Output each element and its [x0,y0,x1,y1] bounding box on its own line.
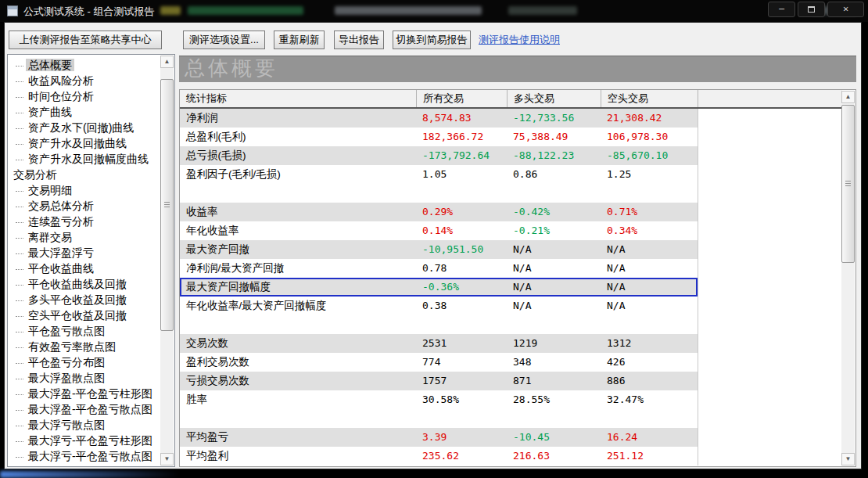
report-help-link[interactable]: 测评报告使用说明 [479,33,560,47]
table-row[interactable]: 收益率0.29%-0.42%0.71% [180,203,842,221]
sidebar-item-label: 时间仓位分析 [26,90,96,102]
table-row[interactable]: 总盈利(毛利)182,366.7275,388.49106,978.30 [180,128,842,146]
sidebar-item[interactable]: 离群交易 [9,229,160,245]
table-row[interactable]: 年化收益率/最大资产回撤幅度0.38N/AN/A [180,297,842,315]
titlebar[interactable]: 公式测试系统 - 组合测试报告 ─ ✕ [0,0,868,22]
refresh-button[interactable]: 重新刷新 [274,31,325,49]
sidebar-item-label: 总体概要 [26,59,74,71]
column-header[interactable] [698,90,842,107]
sidebar-item[interactable]: 最大浮亏-平仓盈亏柱形图 [9,433,160,448]
sidebar-item[interactable]: 最大浮亏散点图 [9,417,160,433]
sidebar-item[interactable]: 交易明细 [9,182,160,198]
table-row[interactable]: 盈利交易次数774348426 [180,353,842,372]
sidebar-item[interactable]: 最大浮盈浮亏 [9,245,160,261]
maximize-button[interactable] [798,2,825,17]
table-row[interactable]: 最大资产回撤-10,951.50N/AN/A [180,240,842,259]
table-row[interactable]: 胜率30.58%28.55%32.47% [180,390,842,409]
row-cells: 年化收益率/最大资产回撤幅度0.38N/AN/A [180,297,698,315]
sidebar-item[interactable]: 总体概要 [9,57,160,73]
sidebar-item[interactable]: 资产升水及回撤幅度曲线 [9,151,160,167]
row-value: 0.14% [416,221,507,240]
row-value: 0.29% [416,203,507,221]
table-spacer-row [180,315,842,334]
table-row[interactable]: 总亏损(毛损)-173,792.64-88,122.23-85,670.10 [180,146,842,165]
sidebar-item[interactable]: 最大浮盈-平仓盈亏柱形图 [9,386,160,401]
maximize-icon [808,6,815,13]
tree-connector-icon [16,269,23,270]
row-value: 235.62 [416,447,507,465]
row-label: 盈利因子(毛利/毛损) [180,165,416,184]
scrollbar-thumb[interactable] [160,79,174,331]
sidebar-item[interactable]: 平仓盈亏散点图 [9,323,160,339]
sidebar-item-label: 最大浮盈-平仓盈亏柱形图 [26,387,155,400]
row-cells: 收益率0.29%-0.42%0.71% [180,203,698,221]
table-row[interactable]: 净利润/最大资产回撤0.78N/AN/A [180,259,842,278]
table-row[interactable]: 亏损交易次数1757871886 [180,372,842,390]
row-cells: 亏损交易次数1757871886 [180,372,698,390]
sidebar-item[interactable]: 最大浮亏-平仓盈亏散点图 [9,448,160,464]
sidebar-scrollbar[interactable]: ▲ ▼ [160,56,174,465]
row-cells: 最大资产回撤幅度-0.36%N/AN/A [180,278,698,297]
scroll-down-icon[interactable]: ▼ [841,453,855,465]
scroll-down-icon[interactable]: ▼ [160,453,174,465]
row-value: 348 [507,353,601,372]
sidebar-item[interactable]: 连续盈亏分析 [9,214,160,229]
table-row[interactable]: 最大资产回撤幅度-0.36%N/AN/A [180,278,842,297]
row-filler [698,297,842,315]
sidebar-item[interactable]: 最大浮盈-平仓盈亏散点图 [9,401,160,417]
table-row[interactable]: 年化收益率0.14%-0.21%0.34% [180,221,842,240]
sidebar-item-label: 有效盈亏率散点图 [26,340,118,353]
sidebar-item[interactable]: 资产升水及回撤曲线 [9,135,160,151]
sidebar-item[interactable]: 交易总体分析 [9,198,160,214]
sidebar-item[interactable]: 有效盈亏率散点图 [9,339,160,354]
column-header[interactable]: 所有交易 [416,90,507,107]
evaluation-options-button[interactable]: 测评选项设置... [183,31,265,49]
row-cells: 盈利因子(毛利/毛损)1.050.861.25 [180,165,698,184]
scroll-up-icon[interactable]: ▲ [160,56,174,68]
row-label: 总盈利(毛利) [180,128,416,146]
close-button[interactable]: ✕ [827,2,864,17]
switch-simple-report-button[interactable]: 切换到简易报告 [393,31,471,49]
sidebar-item[interactable]: 资产曲线 [9,104,160,120]
table-row[interactable]: 平均盈利235.62216.63251.12 [180,447,842,465]
sidebar-item[interactable]: 最大浮盈散点图 [9,370,160,386]
tree-connector-icon [16,253,23,254]
sidebar-item[interactable]: 多头平仓收益及回撤 [9,292,160,307]
row-value: 426 [601,353,698,372]
row-filler [698,128,842,146]
column-header[interactable]: 多头交易 [507,90,601,107]
row-filler [698,221,842,240]
sidebar-item[interactable]: 交易分析 [9,167,160,182]
sidebar-item[interactable]: 收益风险分析 [9,73,160,88]
sidebar-item[interactable]: 平仓收益曲线 [9,261,160,276]
sidebar-item[interactable]: 平仓盈亏分布图 [9,354,160,370]
table-row[interactable]: 平均盈亏3.39-10.4516.24 [180,428,842,447]
sidebar-item[interactable]: 空头平仓收益及回撤 [9,307,160,323]
sidebar-item-label: 资产升水及回撤幅度曲线 [26,153,151,165]
tree-connector-icon [16,379,23,379]
table-row[interactable]: 净利润8,574.83-12,733.5621,308.42 [180,109,842,128]
export-report-button[interactable]: 导出报告 [334,31,384,49]
minimize-button[interactable]: ─ [768,2,795,17]
sidebar-item[interactable]: 时间仓位分析 [9,88,160,104]
sidebar-item[interactable]: 资产及水下(回撤)曲线 [9,120,160,135]
table-spacer-row [180,409,842,428]
stats-table-header: 统计指标所有交易多头交易空头交易 [180,90,842,109]
table-scrollbar[interactable]: ▲ ▼ [841,91,855,465]
scroll-up-icon[interactable]: ▲ [841,91,855,103]
row-label: 平均盈亏 [180,428,416,447]
column-header[interactable]: 统计指标 [180,90,416,107]
row-filler [698,259,842,278]
scrollbar-thumb[interactable] [841,105,855,263]
sidebar-item[interactable]: 平仓收益曲线及回撤 [9,276,160,292]
upload-report-button[interactable]: 上传测评报告至策略共享中心 [9,31,162,49]
tree-connector-icon [16,394,23,395]
sidebar-item-label: 平仓收益曲线及回撤 [26,278,129,290]
report-main-area: 总体概要 统计指标所有交易多头交易空头交易 净利润8,574.83-12,733… [179,56,856,467]
row-value: 21,308.42 [601,109,698,128]
row-cells: 总盈利(毛利)182,366.7275,388.49106,978.30 [180,128,698,146]
row-cells: 年化收益率0.14%-0.21%0.34% [180,221,698,240]
table-row[interactable]: 盈利因子(毛利/毛损)1.050.861.25 [180,165,842,184]
table-row[interactable]: 交易次数253112191312 [180,334,842,353]
column-header[interactable]: 空头交易 [601,90,698,107]
